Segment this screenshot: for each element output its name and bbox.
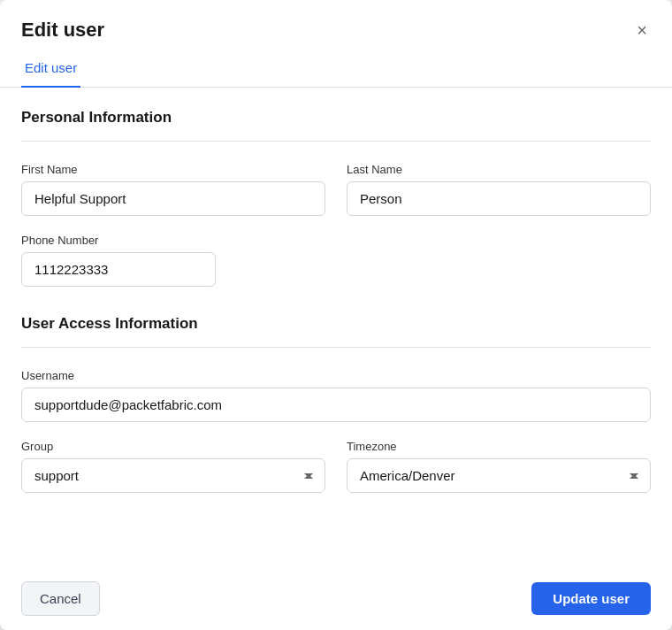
cancel-button[interactable]: Cancel [21,581,100,616]
group-group: Group support admin viewer [21,440,325,493]
username-label: Username [21,369,651,382]
phone-label: Phone Number [21,234,216,247]
last-name-label: Last Name [347,163,651,176]
personal-info-title: Personal Information [21,109,651,127]
first-name-input[interactable] [21,181,325,216]
group-select[interactable]: support admin viewer [21,458,325,493]
personal-divider [21,141,651,142]
username-row: Username [21,369,651,422]
modal-footer: Cancel Update user [0,567,672,630]
last-name-group: Last Name [347,163,651,216]
first-name-label: First Name [21,163,325,176]
timezone-select[interactable]: America/Denver America/New_York America/… [347,458,651,493]
phone-group: Phone Number [21,234,216,287]
phone-input[interactable] [21,252,216,287]
modal-overlay: Edit user × Edit user Personal Informati… [0,0,672,630]
modal-title: Edit user [21,19,104,42]
name-row: First Name Last Name [21,163,651,216]
access-info-title: User Access Information [21,315,651,333]
modal-body: Personal Information First Name Last Nam… [0,88,672,567]
username-group: Username [21,369,651,422]
timezone-group: Timezone America/Denver America/New_York… [347,440,651,493]
group-timezone-row: Group support admin viewer Timezone Amer… [21,440,651,493]
access-divider [21,347,651,348]
update-user-button[interactable]: Update user [531,582,651,615]
first-name-group: First Name [21,163,325,216]
modal-header: Edit user × [0,0,672,42]
timezone-label: Timezone [347,440,651,453]
last-name-input[interactable] [347,181,651,216]
phone-row: Phone Number [21,234,651,287]
group-label: Group [21,440,325,453]
tab-edit-user[interactable]: Edit user [21,53,80,88]
personal-information-section: Personal Information First Name Last Nam… [21,109,651,287]
username-input[interactable] [21,388,651,422]
tab-bar: Edit user [0,42,672,88]
user-access-section: User Access Information Username Group s… [21,315,651,493]
edit-user-modal: Edit user × Edit user Personal Informati… [0,0,672,630]
close-button[interactable]: × [633,18,651,42]
